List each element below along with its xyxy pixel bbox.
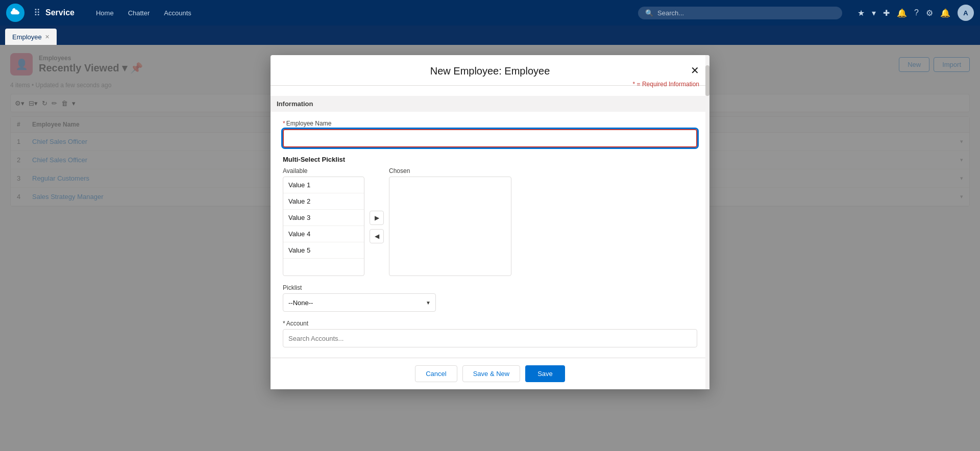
tab-bar: Employee ✕	[0, 26, 980, 45]
required-star-name: *	[283, 120, 285, 127]
tab-employee-label: Employee	[12, 33, 42, 41]
save-button[interactable]: Save	[525, 365, 565, 382]
nav-accounts[interactable]: Accounts	[158, 6, 197, 20]
available-item-4[interactable]: Value 5	[283, 242, 364, 259]
dropdown-icon[interactable]: ▾	[872, 8, 876, 18]
required-star: *	[633, 81, 635, 88]
bell-icon[interactable]: 🔔	[897, 8, 907, 18]
nav-links: Home Chatter Accounts	[90, 6, 633, 20]
available-label: Available	[283, 167, 364, 174]
tab-employee[interactable]: Employee ✕	[5, 29, 57, 45]
main-content: 👤 Employees Recently Viewed ▾ 📌 New Impo…	[0, 45, 980, 451]
top-navigation: ⠿ Service Home Chatter Accounts 🔍 ★ ▾ ✚ …	[0, 0, 980, 26]
picklist-label: Picklist	[283, 284, 697, 291]
chosen-section: Chosen	[389, 167, 511, 276]
modal-scrollbar-thumb	[705, 65, 709, 96]
save-and-new-button[interactable]: Save & New	[462, 365, 521, 382]
salesforce-logo[interactable]	[6, 4, 24, 22]
account-field-group: * Account	[283, 320, 697, 347]
available-item-2[interactable]: Value 3	[283, 210, 364, 226]
grid-icon[interactable]: ⠿	[34, 7, 40, 18]
gear-icon[interactable]: ⚙	[926, 8, 933, 18]
section-information: Information	[271, 96, 709, 112]
required-info: * = Required Information	[633, 81, 699, 88]
global-search[interactable]: 🔍	[638, 7, 842, 19]
picklist-field-group: Picklist --None--	[283, 284, 697, 312]
app-name: Service	[45, 8, 75, 17]
question-icon[interactable]: ?	[914, 8, 919, 17]
multiselect-field-group: Multi-Select Picklist Available Value 1 …	[283, 156, 697, 276]
nav-right-icons: ★ ▾ ✚ 🔔 ? ⚙ 🔔 A	[857, 5, 974, 21]
available-item-3[interactable]: Value 4	[283, 226, 364, 242]
required-star-account: *	[283, 320, 285, 327]
picklist-wrapper: --None--	[283, 293, 436, 312]
modal-overlay: New Employee: Employee ✕ * = Required In…	[0, 45, 980, 451]
cancel-button[interactable]: Cancel	[415, 365, 457, 382]
employee-name-field-group: * Employee Name	[283, 120, 697, 147]
modal-footer: Cancel Save & New Save	[271, 358, 709, 389]
move-right-button[interactable]: ▶	[370, 211, 384, 225]
available-listbox[interactable]: Value 1 Value 2 Value 3 Value 4 Value 5	[283, 177, 364, 276]
available-section: Available Value 1 Value 2 Value 3 Value …	[283, 167, 364, 276]
employee-name-label: * Employee Name	[283, 120, 697, 127]
search-icon: 🔍	[645, 9, 653, 17]
nav-home[interactable]: Home	[90, 6, 120, 20]
move-left-button[interactable]: ◀	[370, 229, 384, 243]
plus-icon[interactable]: ✚	[883, 8, 890, 18]
modal-header: New Employee: Employee ✕ * = Required In…	[271, 55, 709, 86]
search-input[interactable]	[657, 9, 835, 17]
avatar[interactable]: A	[958, 5, 974, 21]
modal-title: New Employee: Employee	[283, 65, 697, 77]
picklist-select[interactable]: --None--	[283, 293, 436, 312]
employee-name-input[interactable]	[283, 129, 697, 147]
account-search-input[interactable]	[283, 329, 697, 347]
nav-chatter[interactable]: Chatter	[122, 6, 156, 20]
multiselect-arrows: ▶ ◀	[364, 211, 389, 243]
chosen-listbox[interactable]	[389, 177, 511, 276]
account-label: * Account	[283, 320, 697, 327]
multiselect-label: Multi-Select Picklist	[283, 156, 697, 163]
modal-scrollbar[interactable]	[705, 55, 709, 389]
new-employee-modal: New Employee: Employee ✕ * = Required In…	[271, 55, 709, 389]
available-item-1[interactable]: Value 2	[283, 193, 364, 210]
chosen-label: Chosen	[389, 167, 511, 174]
available-item-0[interactable]: Value 1	[283, 177, 364, 193]
modal-body: Information * Employee Name Multi-Select…	[271, 86, 709, 358]
tab-close-icon[interactable]: ✕	[45, 34, 50, 40]
modal-close-button[interactable]: ✕	[691, 64, 699, 77]
multiselect-container: Available Value 1 Value 2 Value 3 Value …	[283, 167, 697, 276]
star-icon[interactable]: ★	[857, 8, 865, 18]
notification-icon[interactable]: 🔔	[940, 8, 950, 18]
